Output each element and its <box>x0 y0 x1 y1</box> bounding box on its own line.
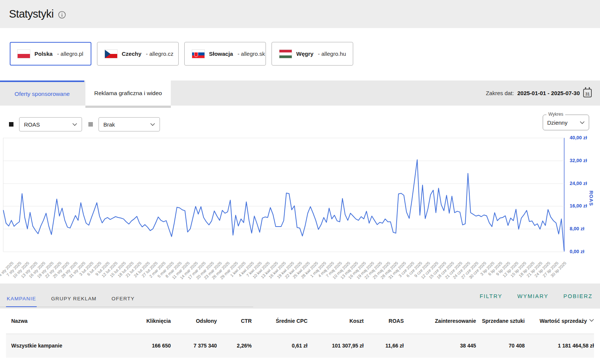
chevron-down-icon <box>72 123 77 126</box>
report-actions: FILTRY WYMIARY POBIERZ <box>480 293 600 299</box>
date-range-label: Zakres dat: <box>486 90 514 96</box>
chevron-down-icon <box>589 319 594 322</box>
chart-controls: ROAS Brak Wykres Dzienny <box>0 106 600 132</box>
column-header-label: Sprzedane sztuki <box>482 318 525 324</box>
market-name: Węgry <box>296 51 313 57</box>
column-header: Zainteresowanie <box>404 318 476 324</box>
column-header-label: Kliknięcia <box>146 318 171 324</box>
column-header-label: Odsłony <box>196 318 217 324</box>
tab-label: Reklama graficzna i wideo <box>94 90 162 97</box>
statistics-page: Statystyki Polska- allegro.plCzechy- all… <box>0 0 600 364</box>
chart-type-label: Wykres <box>546 112 565 117</box>
market-button-pl[interactable]: Polska- allegro.pl <box>10 42 91 66</box>
page-header: Statystyki <box>0 0 600 28</box>
column-header-label: Nazwa <box>11 318 28 324</box>
y-axis-tick-label: 32,00 zł <box>570 158 587 163</box>
chart-type-fieldset: Wykres Dzienny <box>543 115 589 130</box>
metric-select-value: ROAS <box>24 121 40 128</box>
table-cell: Wszystkie kampanie <box>6 342 130 349</box>
chevron-down-icon <box>150 123 155 126</box>
market-button-sk[interactable]: Słowacja- allegro.sk <box>184 42 266 66</box>
page-title: Statystyki <box>9 8 54 20</box>
column-header-label: ROAS <box>389 318 404 324</box>
table-row[interactable]: Wszystkie kampanie166 6507 375 3402,26%0… <box>6 334 594 358</box>
gridline <box>3 252 564 252</box>
hu-flag-icon <box>279 50 292 58</box>
column-header: Odsłony <box>171 318 217 324</box>
y-axis-tick-label: 24,00 zł <box>570 181 587 186</box>
column-header: CTR <box>217 318 252 324</box>
table-cell: 101 307,95 zł <box>307 342 364 349</box>
market-button-hu[interactable]: Węgry- allegro.hu <box>272 42 353 66</box>
dimensions-button[interactable]: WYMIARY <box>517 293 548 299</box>
download-button[interactable]: POBIERZ <box>563 293 593 299</box>
table-cell: 166 650 <box>130 342 171 349</box>
roas-line-series <box>3 138 564 252</box>
calendar-icon[interactable]: 31 <box>583 89 592 97</box>
column-header-label: Wartość sprzedaży <box>540 318 587 324</box>
market-domain: - allegro.pl <box>57 51 83 57</box>
date-range-control[interactable]: Zakres dat: 2025-01-01 - 2025-07-30 31 <box>486 81 592 106</box>
tab-oferty[interactable]: OFERTY <box>111 296 136 307</box>
cz-flag-icon <box>105 50 117 58</box>
table-cell: 1 181 464,58 zł <box>525 342 594 349</box>
metric-series-swatch <box>9 122 13 127</box>
column-header[interactable]: Wartość sprzedaży <box>525 318 594 324</box>
y-axis-tick-label: 16,00 zł <box>570 203 587 209</box>
market-domain: - allegro.cz <box>146 51 173 57</box>
market-name: Czechy <box>122 51 142 57</box>
column-header: Kliknięcia <box>130 318 171 324</box>
market-name: Słowacja <box>209 51 233 57</box>
table-cell: 7 375 340 <box>171 342 217 349</box>
market-domain: - allegro.hu <box>318 51 346 57</box>
table-cell: 11,66 zł <box>364 342 404 349</box>
tab-oferty-sponsorowane[interactable]: Oferty sponsorowane <box>0 81 84 106</box>
pl-flag-icon <box>18 50 30 58</box>
column-header-label: CTR <box>241 318 252 324</box>
breakdown-select[interactable]: Brak <box>99 117 160 131</box>
market-name: Polska <box>34 51 52 57</box>
info-icon[interactable] <box>58 11 66 19</box>
column-header: Koszt <box>307 318 364 324</box>
metric-select[interactable]: ROAS <box>19 117 82 131</box>
column-header-label: Zainteresowanie <box>435 318 476 324</box>
table-cell: 38 445 <box>404 342 476 349</box>
column-header: Średnie CPC <box>252 318 307 324</box>
y-axis-tick-label: 40,00 zł <box>570 135 587 140</box>
table-cell: 70 408 <box>476 342 525 349</box>
filters-button[interactable]: FILTRY <box>480 293 503 299</box>
market-button-cz[interactable]: Czechy- allegro.cz <box>97 42 179 66</box>
y-axis-tick-label: 0,00 zł <box>570 249 584 254</box>
report-tabs: KAMPANIE GRUPY REKLAM OFERTY <box>0 296 253 307</box>
market-domain: - allegro.sk <box>237 51 265 57</box>
table-body: Wszystkie kampanie166 6507 375 3402,26%0… <box>6 334 594 358</box>
column-header: Sprzedane sztuki <box>476 318 525 324</box>
date-range-value: 2025-01-01 - 2025-07-30 <box>517 90 580 96</box>
tab-reklama-graficzna-i-wideo[interactable]: Reklama graficzna i wideo <box>85 81 171 106</box>
x-axis-labels: 4 sty 20257 sty 202510 sty 202513 sty 20… <box>3 258 564 283</box>
column-header: ROAS <box>364 318 404 324</box>
chevron-down-icon <box>580 121 585 124</box>
y-axis-title: ROAS <box>589 191 594 206</box>
column-header-label: Średnie CPC <box>276 318 307 324</box>
tab-kampanie[interactable]: KAMPANIE <box>6 296 37 307</box>
tab-label: Oferty sponsorowane <box>15 91 70 97</box>
report-toolbar: KAMPANIE GRUPY REKLAM OFERTY FILTRY WYMI… <box>0 283 600 309</box>
tab-grupy-reklam[interactable]: GRUPY REKLAM <box>50 296 97 307</box>
main-tabs: Oferty sponsorowane Reklama graficzna i … <box>0 81 600 106</box>
breakdown-select-value: Brak <box>103 121 115 128</box>
roas-chart: 0,00 zł8,00 zł16,00 zł24,00 zł32,00 zł40… <box>0 132 600 283</box>
chart-type-select[interactable]: Dzienny <box>543 115 589 130</box>
table-header-row: NazwaKliknięciaOdsłonyCTRŚrednie CPCKosz… <box>6 309 594 334</box>
column-header: Nazwa <box>6 318 130 324</box>
overlay-series-swatch <box>88 122 93 127</box>
sk-flag-icon <box>192 50 204 58</box>
campaigns-table: NazwaKliknięciaOdsłonyCTRŚrednie CPCKosz… <box>0 309 600 358</box>
table-cell: 2,26% <box>217 342 252 349</box>
y-axis-tick-label: 8,00 zł <box>570 226 584 231</box>
chart-type-value: Dzienny <box>547 119 567 126</box>
table-cell: 0,61 zł <box>252 342 307 349</box>
column-header-label: Koszt <box>349 318 364 324</box>
chart-plot-area: 0,00 zł8,00 zł16,00 zł24,00 zł32,00 zł40… <box>3 138 564 252</box>
market-buttons: Polska- allegro.plCzechy- allegro.czSłow… <box>0 28 600 81</box>
